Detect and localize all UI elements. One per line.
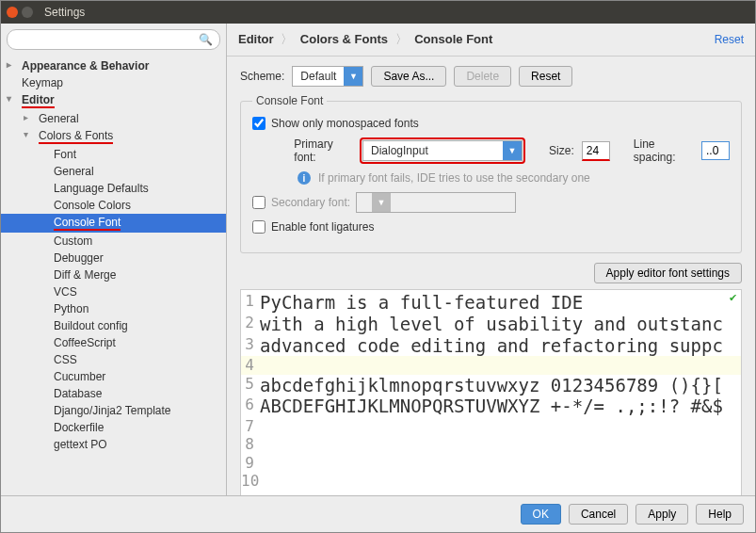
line-number: 8 (241, 435, 260, 453)
tree-database[interactable]: Database (1, 385, 226, 402)
dialog-footer: OK Cancel Apply Help (1, 495, 755, 532)
chevron-down-icon: ▾ (24, 129, 28, 139)
crumb-colors[interactable]: Colors & Fonts (300, 32, 388, 46)
line-number: 9 (241, 454, 260, 472)
titlebar: Settings (1, 1, 755, 24)
breadcrumb: Editor 〉 Colors & Fonts 〉 Console Font R… (227, 24, 755, 57)
apply-button[interactable]: Apply (635, 504, 688, 525)
tree-cucumber[interactable]: Cucumber (1, 368, 226, 385)
preview-text: ABCDEFGHIJKLMNOPQRSTUVWXYZ +-*/= .,;:!? … (260, 396, 723, 417)
ligatures-label: Enable font ligatures (271, 220, 374, 234)
info-icon: i (298, 171, 311, 185)
show-mono-row: Show only monospaced fonts (252, 117, 730, 130)
font-preview: ✔ 1PyCharm is a full-featured IDE2with a… (240, 289, 742, 495)
ligatures-checkbox[interactable] (252, 220, 265, 234)
tree-debugger[interactable]: Debugger (1, 250, 226, 266)
tree-vcs[interactable]: VCS (1, 283, 226, 300)
sidebar: 🔍 ▸Appearance & Behavior Keymap ▾Editor … (1, 24, 227, 495)
line-number: 1 (241, 292, 260, 314)
line-number: 5 (241, 375, 260, 396)
line-number: 10 (241, 472, 260, 490)
search-input[interactable] (7, 29, 220, 50)
preview-text: with a high level of usability and outst… (260, 314, 723, 335)
show-mono-label: Show only monospaced fonts (271, 117, 419, 130)
chevron-down-icon: ▾ (7, 93, 11, 104)
tree-diff-merge[interactable]: Diff & Merge (1, 266, 226, 283)
save-as-button[interactable]: Save As... (371, 66, 446, 87)
size-input[interactable] (582, 141, 610, 161)
size-label: Size: (549, 144, 574, 157)
content: 🔍 ▸Appearance & Behavior Keymap ▾Editor … (1, 24, 755, 495)
line-spacing-label: Line spacing: (634, 137, 694, 164)
tree-editor[interactable]: ▾Editor (1, 91, 226, 110)
preview-text: abcdefghijklmnopqrstuvwxyz 0123456789 ()… (260, 375, 723, 396)
reset-link[interactable]: Reset (715, 33, 744, 46)
scheme-row: Scheme: Default ▼ Save As... Delete Rese… (240, 66, 742, 87)
tree-general[interactable]: ▸General (1, 110, 226, 127)
line-number: 7 (241, 417, 260, 435)
chevron-down-icon: ▼ (503, 141, 522, 160)
window-title: Settings (44, 6, 85, 19)
secondary-font-label: Secondary font: (271, 196, 350, 209)
console-font-fieldset: Console Font Show only monospaced fonts … (240, 94, 742, 253)
settings-tree: ▸Appearance & Behavior Keymap ▾Editor ▸G… (1, 56, 226, 495)
tree-python[interactable]: Python (1, 300, 226, 317)
preview-line: 1PyCharm is a full-featured IDE (241, 292, 741, 314)
secondary-font-checkbox[interactable] (252, 196, 265, 209)
tree-gettext[interactable]: gettext PO (1, 436, 226, 453)
preview-text: PyCharm is a full-featured IDE (260, 292, 583, 314)
primary-font-select[interactable]: DialogInput ▼ (362, 140, 523, 161)
primary-font-label: Primary font: (294, 137, 352, 164)
ligatures-row: Enable font ligatures (252, 220, 730, 234)
fallback-info-row: i If primary font fails, IDE tries to us… (252, 171, 730, 185)
tree-django[interactable]: Django/Jinja2 Template (1, 402, 226, 419)
preview-line: 10 (241, 472, 741, 490)
tree-buildout[interactable]: Buildout config (1, 317, 226, 334)
main-panel: Editor 〉 Colors & Fonts 〉 Console Font R… (227, 24, 755, 495)
chevron-down-icon: ▼ (372, 193, 391, 212)
reset-button[interactable]: Reset (519, 66, 572, 87)
minimize-icon[interactable] (22, 7, 33, 18)
delete-button[interactable]: Delete (454, 66, 511, 87)
search-icon: 🔍 (199, 33, 213, 46)
tree-dockerfile[interactable]: Dockerfile (1, 419, 226, 436)
tree-general2[interactable]: General (1, 163, 226, 180)
tree-custom[interactable]: Custom (1, 233, 226, 250)
tree-keymap[interactable]: Keymap (1, 74, 226, 91)
line-number: 6 (241, 396, 260, 417)
ok-button[interactable]: OK (521, 504, 561, 525)
tree-coffeescript[interactable]: CoffeeScript (1, 334, 226, 351)
search-area: 🔍 (1, 24, 226, 56)
secondary-font-select[interactable]: ▼ (356, 192, 516, 213)
chevron-right-icon: ▸ (24, 112, 28, 122)
settings-window: Settings 🔍 ▸Appearance & Behavior Keymap… (0, 0, 756, 533)
line-number: 3 (241, 335, 260, 357)
tree-lang-defaults[interactable]: Language Defaults (1, 180, 226, 197)
line-spacing-input[interactable] (701, 141, 730, 160)
check-icon: ✔ (729, 292, 737, 304)
preview-line: 6ABCDEFGHIJKLMNOPQRSTUVWXYZ +-*/= .,;:!?… (241, 396, 741, 417)
preview-line: 3advanced code editing and refactoring s… (241, 335, 741, 357)
show-mono-checkbox[interactable] (252, 117, 265, 130)
tree-appearance[interactable]: ▸Appearance & Behavior (1, 57, 226, 74)
preview-line: 8 (241, 435, 741, 453)
apply-editor-font-button[interactable]: Apply editor font settings (594, 263, 742, 283)
crumb-editor[interactable]: Editor (238, 32, 274, 46)
tree-colors-fonts[interactable]: ▾Colors & Fonts (1, 127, 226, 146)
console-font-legend: Console Font (252, 94, 327, 107)
close-icon[interactable] (7, 7, 18, 18)
preview-line: 4 (241, 356, 741, 374)
scheme-label: Scheme: (240, 70, 284, 83)
crumb-console-font: Console Font (414, 32, 492, 46)
settings-body: Scheme: Default ▼ Save As... Delete Rese… (227, 57, 755, 495)
tree-console-colors[interactable]: Console Colors (1, 197, 226, 214)
secondary-font-row: Secondary font: ▼ (252, 192, 730, 213)
tree-font[interactable]: Font (1, 146, 226, 163)
preview-line: 5abcdefghijklmnopqrstuvwxyz 0123456789 (… (241, 375, 741, 396)
tree-css[interactable]: CSS (1, 351, 226, 368)
help-button[interactable]: Help (696, 504, 744, 525)
tree-console-font[interactable]: Console Font (1, 214, 226, 233)
preview-text: advanced code editing and refactoring su… (260, 335, 723, 357)
cancel-button[interactable]: Cancel (569, 504, 628, 525)
scheme-select[interactable]: Default ▼ (292, 66, 363, 87)
